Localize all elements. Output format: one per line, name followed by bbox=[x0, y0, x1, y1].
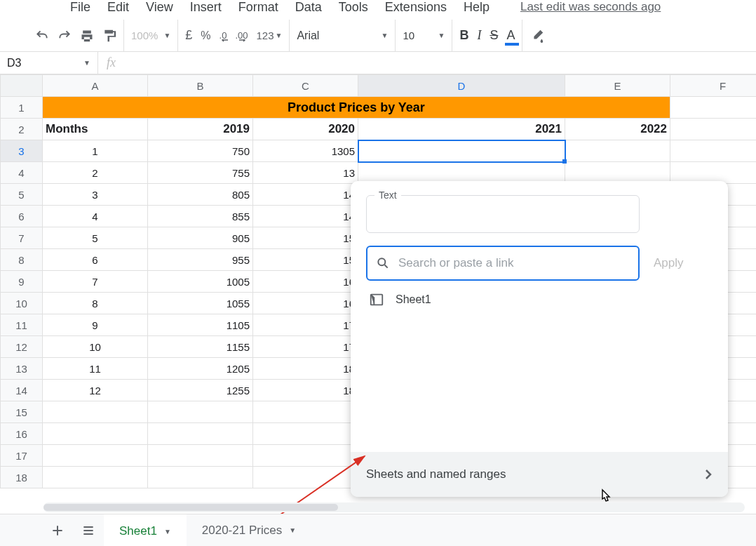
cell-B10[interactable]: 1055 bbox=[148, 293, 253, 314]
redo-icon[interactable] bbox=[58, 29, 72, 43]
col-header-D[interactable]: D bbox=[358, 75, 565, 97]
cell-B3[interactable]: 750 bbox=[148, 140, 253, 162]
cell-B15[interactable] bbox=[148, 401, 253, 423]
cell-F3[interactable] bbox=[670, 140, 757, 162]
cell-E2[interactable]: 2022 bbox=[565, 119, 670, 140]
cell-A13[interactable]: 11 bbox=[43, 358, 148, 380]
row-header-11[interactable]: 11 bbox=[1, 314, 43, 336]
horizontal-scrollbar[interactable] bbox=[43, 502, 745, 512]
cell-B16[interactable] bbox=[148, 423, 253, 445]
cell-A7[interactable]: 5 bbox=[43, 227, 148, 249]
row-header-6[interactable]: 6 bbox=[1, 206, 43, 227]
row-header-8[interactable]: 8 bbox=[1, 249, 43, 271]
currency-button[interactable]: £ bbox=[185, 28, 192, 43]
cell-D4[interactable] bbox=[358, 162, 565, 184]
decrease-decimal-button[interactable]: .0 bbox=[220, 30, 227, 41]
menu-data[interactable]: Data bbox=[295, 0, 322, 15]
add-sheet-button[interactable] bbox=[42, 524, 73, 538]
undo-icon[interactable] bbox=[35, 29, 49, 43]
cell-B13[interactable]: 1205 bbox=[148, 358, 253, 380]
cell-A3[interactable]: 1 bbox=[43, 140, 148, 162]
cell-B9[interactable]: 1005 bbox=[148, 271, 253, 293]
cell-C6[interactable]: 14 bbox=[253, 206, 358, 227]
cell-A16[interactable] bbox=[43, 423, 148, 445]
cell-C9[interactable]: 16 bbox=[253, 271, 358, 293]
cell-C4[interactable]: 13 bbox=[253, 162, 358, 184]
cell-B12[interactable]: 1155 bbox=[148, 336, 253, 358]
cell-C16[interactable] bbox=[253, 423, 358, 445]
menu-file[interactable]: File bbox=[70, 0, 90, 15]
cell-C17[interactable] bbox=[253, 445, 358, 467]
name-box[interactable]: D3▼ bbox=[0, 52, 98, 74]
col-header-E[interactable]: E bbox=[565, 75, 670, 97]
cell-F2[interactable] bbox=[670, 119, 757, 140]
cell-C8[interactable]: 15 bbox=[253, 249, 358, 271]
font-dropdown[interactable]: Arial▼ bbox=[297, 29, 388, 42]
row-header-4[interactable]: 4 bbox=[1, 162, 43, 184]
row-header-16[interactable]: 16 bbox=[1, 423, 43, 445]
link-suggestion-sheet1[interactable]: Sheet1 bbox=[366, 281, 713, 319]
cell-B8[interactable]: 955 bbox=[148, 249, 253, 271]
cell-A12[interactable]: 10 bbox=[43, 336, 148, 358]
cell-A11[interactable]: 9 bbox=[43, 314, 148, 336]
row-header-12[interactable]: 12 bbox=[1, 336, 43, 358]
menu-tools[interactable]: Tools bbox=[339, 0, 368, 15]
cell-B4[interactable]: 755 bbox=[148, 162, 253, 184]
number-format-dropdown[interactable]: 123▼ bbox=[256, 29, 282, 41]
col-header-A[interactable]: A bbox=[43, 75, 148, 97]
menu-edit[interactable]: Edit bbox=[107, 0, 129, 15]
cell-A10[interactable]: 8 bbox=[43, 293, 148, 314]
col-header-B[interactable]: B bbox=[148, 75, 253, 97]
paint-format-icon[interactable] bbox=[102, 29, 116, 43]
cell-A4[interactable]: 2 bbox=[43, 162, 148, 184]
row-header-9[interactable]: 9 bbox=[1, 271, 43, 293]
cell-A2[interactable]: Months bbox=[43, 119, 148, 140]
cell-A9[interactable]: 7 bbox=[43, 271, 148, 293]
col-header-F[interactable]: F bbox=[670, 75, 757, 97]
select-all-cell[interactable] bbox=[1, 75, 43, 97]
cell-F1[interactable] bbox=[670, 97, 757, 119]
menu-insert[interactable]: Insert bbox=[190, 0, 222, 15]
cell-A15[interactable] bbox=[43, 401, 148, 423]
cell-A5[interactable]: 3 bbox=[43, 184, 148, 206]
scrollbar-thumb[interactable] bbox=[43, 504, 338, 511]
cell-C11[interactable]: 17 bbox=[253, 314, 358, 336]
cell-C10[interactable]: 16 bbox=[253, 293, 358, 314]
sheet-tab-2020-21-prices[interactable]: 2020-21 Prices▼ bbox=[187, 514, 311, 546]
cell-B7[interactable]: 905 bbox=[148, 227, 253, 249]
fill-color-button[interactable] bbox=[529, 28, 545, 44]
cell-B5[interactable]: 805 bbox=[148, 184, 253, 206]
cell-C18[interactable] bbox=[253, 467, 358, 488]
cell-A8[interactable]: 6 bbox=[43, 249, 148, 271]
cell-C2[interactable]: 2020 bbox=[253, 119, 358, 140]
italic-button[interactable]: I bbox=[477, 28, 481, 43]
cell-A6[interactable]: 4 bbox=[43, 206, 148, 227]
all-sheets-button[interactable] bbox=[73, 524, 104, 538]
row-header-2[interactable]: 2 bbox=[1, 119, 43, 140]
cell-C12[interactable]: 17 bbox=[253, 336, 358, 358]
bold-button[interactable]: B bbox=[459, 28, 468, 43]
row-header-5[interactable]: 5 bbox=[1, 184, 43, 206]
link-search-box[interactable] bbox=[366, 246, 640, 281]
cell-E4[interactable] bbox=[565, 162, 670, 184]
row-header-3[interactable]: 3 bbox=[1, 140, 43, 162]
cell-B18[interactable] bbox=[148, 467, 253, 488]
cell-A14[interactable]: 12 bbox=[43, 380, 148, 401]
cell-C15[interactable] bbox=[253, 401, 358, 423]
cell-B14[interactable]: 1255 bbox=[148, 380, 253, 401]
col-header-C[interactable]: C bbox=[253, 75, 358, 97]
fontsize-dropdown[interactable]: 10▼ bbox=[403, 29, 445, 41]
menu-view[interactable]: View bbox=[146, 0, 173, 15]
row-header-18[interactable]: 18 bbox=[1, 467, 43, 488]
cell-C13[interactable]: 18 bbox=[253, 358, 358, 380]
percent-button[interactable]: % bbox=[201, 29, 210, 42]
cell-D2[interactable]: 2021 bbox=[358, 119, 565, 140]
cell-title[interactable]: Product Prices by Year bbox=[43, 97, 670, 119]
cell-C5[interactable]: 14 bbox=[253, 184, 358, 206]
link-text-input[interactable] bbox=[366, 195, 640, 233]
cell-B2[interactable]: 2019 bbox=[148, 119, 253, 140]
sheets-named-ranges-button[interactable]: Sheets and named ranges bbox=[351, 452, 728, 497]
zoom-dropdown[interactable]: 100%▼ bbox=[131, 29, 170, 41]
cell-A17[interactable] bbox=[43, 445, 148, 467]
link-search-input[interactable] bbox=[398, 256, 630, 270]
